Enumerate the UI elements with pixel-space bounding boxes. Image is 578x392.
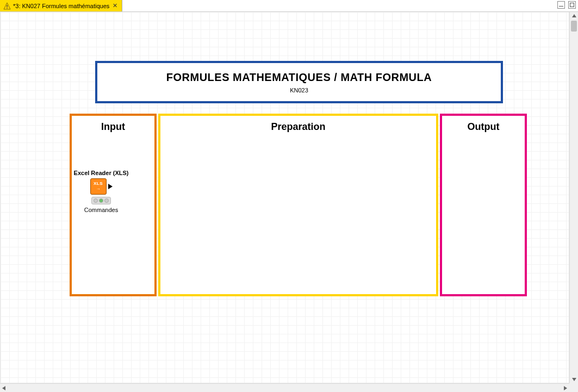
- canvas-viewport: FORMULES MATHEMATIQUES / MATH FORMULA KN…: [0, 12, 569, 383]
- node-icon[interactable]: XLS →: [90, 178, 107, 195]
- close-tab-icon[interactable]: ✕: [111, 2, 119, 9]
- minimize-button[interactable]: [557, 1, 565, 9]
- status-light-yellow-icon: [99, 198, 103, 203]
- chevron-up-icon: [572, 14, 576, 17]
- workflow-canvas[interactable]: FORMULES MATHEMATIQUES / MATH FORMULA KN…: [0, 12, 569, 383]
- node-type-label: Excel Reader (XLS): [74, 170, 129, 176]
- node-excel-reader[interactable]: Excel Reader (XLS) XLS → Commandes: [69, 170, 134, 213]
- chevron-down-icon: [572, 378, 576, 381]
- node-status-lights: [91, 197, 111, 204]
- annotation-title-subtitle: KN023: [290, 87, 308, 94]
- workflow-tab[interactable]: *3: KN027 Formules mathématiques ✕: [0, 0, 122, 11]
- chevron-right-icon: [564, 386, 567, 390]
- scroll-left-button[interactable]: [0, 384, 8, 392]
- annotation-output-label: Output: [442, 116, 525, 133]
- window-controls: [557, 1, 576, 9]
- vertical-scrollbar[interactable]: [569, 12, 578, 383]
- status-light-red-icon: [94, 198, 98, 203]
- scroll-down-button[interactable]: [570, 376, 578, 383]
- svg-rect-1: [7, 5, 7, 7]
- node-body: XLS →: [90, 178, 113, 195]
- node-name-label: Commandes: [84, 207, 118, 213]
- tab-title: *3: KN027 Formules mathématiques: [13, 3, 109, 9]
- status-light-green-icon: [104, 198, 109, 203]
- warning-icon: [3, 2, 11, 10]
- xls-icon-text: XLS: [94, 182, 103, 186]
- scroll-v-thumb[interactable]: [571, 21, 577, 32]
- editor-tab-bar: *3: KN027 Formules mathématiques ✕: [0, 0, 578, 12]
- maximize-button[interactable]: [568, 1, 576, 9]
- annotation-output-box[interactable]: Output: [440, 114, 527, 296]
- annotation-input-label: Input: [72, 116, 154, 133]
- annotation-title-headline: FORMULES MATHEMATIQUES / MATH FORMULA: [166, 71, 432, 84]
- chevron-left-icon: [2, 386, 5, 390]
- annotation-preparation-label: Preparation: [160, 116, 436, 133]
- horizontal-scrollbar[interactable]: [0, 383, 569, 392]
- scroll-right-button[interactable]: [562, 384, 569, 392]
- svg-rect-2: [7, 8, 7, 8]
- annotation-preparation-box[interactable]: Preparation: [158, 114, 438, 296]
- scroll-up-button[interactable]: [570, 12, 578, 20]
- scroll-corner: [569, 383, 578, 392]
- arrow-right-icon: →: [96, 187, 101, 191]
- annotation-title-box[interactable]: FORMULES MATHEMATIQUES / MATH FORMULA KN…: [95, 61, 503, 103]
- node-output-port-icon[interactable]: [108, 184, 113, 189]
